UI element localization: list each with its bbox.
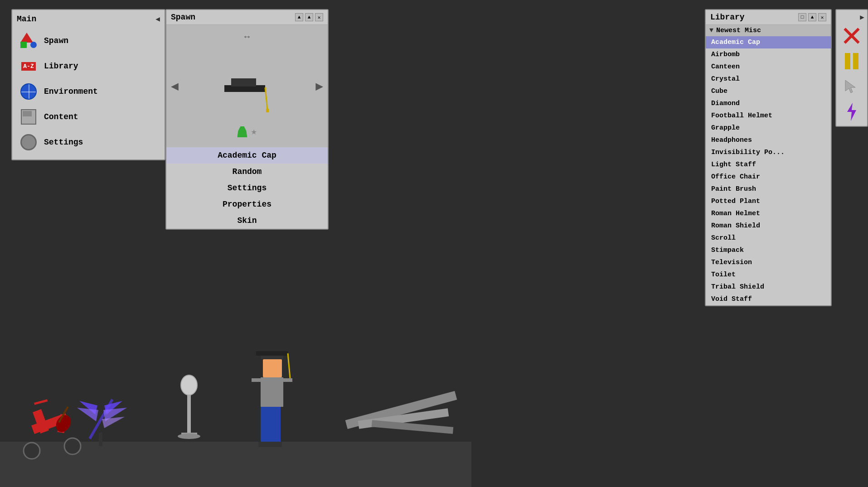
sidebar-item-environment[interactable]: Environment (17, 79, 160, 104)
library-item-headphones[interactable]: Headphones (706, 134, 831, 146)
settings-icon-container (19, 132, 39, 152)
pause-bar-left (845, 53, 850, 69)
svg-rect-27 (261, 407, 271, 443)
spawn-settings-button[interactable]: Settings (166, 180, 328, 196)
svg-point-4 (24, 443, 40, 459)
close-x-button[interactable] (840, 24, 863, 47)
spawn-properties-button[interactable]: Properties (166, 196, 328, 212)
preview-icons: ★ (237, 125, 257, 140)
maximize-button[interactable]: ▲ (305, 13, 313, 21)
library-item-grapple[interactable]: Grapple (706, 122, 831, 134)
library-item-television[interactable]: Television (706, 256, 831, 269)
spawn-skin-button[interactable]: Skin (166, 212, 328, 229)
minimize-button[interactable]: ▲ (295, 13, 303, 21)
cursor-button[interactable] (840, 75, 863, 98)
preview-cap (220, 67, 274, 115)
library-item-airbomb[interactable]: Airbomb (706, 48, 831, 61)
spawn-panel-title: Spawn (171, 13, 195, 22)
sidebar-item-content[interactable]: Content (17, 104, 160, 130)
library-item-canteen[interactable]: Canteen (706, 61, 831, 73)
preview-flask-icon (237, 125, 247, 140)
library-item-cube[interactable]: Cube (706, 85, 831, 97)
content-label: Content (44, 112, 78, 121)
cursor-icon (844, 78, 860, 95)
library-item-scroll[interactable]: Scroll (706, 232, 831, 244)
preview-nav-right[interactable]: ▶ (315, 78, 323, 94)
library-item-football-helmet[interactable]: Football Helmet (706, 110, 831, 122)
library-item-void-staff[interactable]: Void Staff (706, 293, 831, 305)
library-panel-header: Library □ ▲ ✕ (706, 10, 831, 25)
main-panel-title-text: Main (17, 14, 36, 24)
library-item-paint-brush[interactable]: Paint Brush (706, 183, 831, 195)
spawn-icon-container (19, 31, 39, 51)
spawn-random-button[interactable]: Random (166, 164, 328, 180)
svg-rect-29 (258, 442, 271, 447)
svg-rect-21 (261, 356, 283, 359)
environment-icon-container (19, 82, 39, 101)
library-label: Library (44, 62, 78, 71)
window-controls: ▲ ▲ ✕ (295, 13, 323, 21)
preview-nav-left[interactable]: ◀ (171, 78, 179, 94)
sidebar-item-library[interactable]: A-Z Library (17, 53, 160, 79)
svg-rect-33 (372, 420, 454, 434)
spawn-selected-item[interactable]: Academic Cap (166, 147, 328, 164)
environment-label: Environment (44, 87, 98, 96)
sidebar-item-settings[interactable]: Settings (17, 130, 160, 155)
spawn-menu: Academic Cap Random Settings Properties … (166, 147, 328, 229)
main-panel-header: Main ◀ (17, 14, 160, 24)
library-item-light-staff[interactable]: Light Staff (706, 159, 831, 171)
lightning-button[interactable] (840, 101, 863, 123)
library-item-invisibility-potion[interactable]: Invisibility Po... (706, 146, 831, 159)
library-item-diamond[interactable]: Diamond (706, 97, 831, 110)
svg-rect-26 (283, 378, 292, 382)
spawn-panel: Spawn ▲ ▲ ✕ ↔ ◀ ▶ (165, 9, 329, 230)
library-item-stimpack[interactable]: Stimpack (706, 244, 831, 256)
main-panel-collapse[interactable]: ◀ (155, 14, 160, 24)
spawn-icon (19, 32, 38, 50)
settings-icon (20, 134, 37, 150)
svg-rect-28 (271, 407, 281, 443)
svg-rect-24 (261, 377, 283, 407)
library-item-toilet[interactable]: Toilet (706, 269, 831, 281)
library-item-office-chair[interactable]: Office Chair (706, 171, 831, 183)
library-item-roman-helmet[interactable]: Roman Helmet (706, 207, 831, 220)
svg-marker-40 (847, 103, 856, 121)
settings-label: Settings (44, 138, 83, 147)
preview-nav-top[interactable]: ↔ (244, 32, 250, 42)
library-close-button[interactable]: ✕ (818, 13, 826, 21)
spawn-preview: ↔ ◀ ▶ ★ (166, 25, 328, 147)
library-item-tribal-shield[interactable]: Tribal Shield (706, 281, 831, 293)
content-icon-container (19, 107, 39, 127)
library-window-icon[interactable]: □ (798, 13, 806, 21)
library-category-name: Newest Misc (716, 27, 761, 34)
category-arrow-icon: ▼ (709, 27, 713, 34)
svg-point-5 (64, 438, 81, 454)
library-minimize-button[interactable]: ▲ (808, 13, 816, 21)
right-toolbar: ▶ (835, 9, 868, 127)
library-item-crystal[interactable]: Crystal (706, 73, 831, 85)
library-category[interactable]: ▼ Newest Misc (706, 25, 831, 36)
svg-marker-38 (237, 126, 247, 137)
library-item-potted-plant[interactable]: Potted Plant (706, 195, 831, 207)
game-scene (0, 306, 471, 487)
toolbar-collapse[interactable]: ▶ (860, 13, 864, 22)
svg-marker-14 (77, 408, 98, 421)
library-window-controls: □ ▲ ✕ (798, 13, 826, 21)
main-panel: Main ◀ Spawn A-Z Library Environment Con… (11, 9, 165, 160)
library-item-roman-shield[interactable]: Roman Shield (706, 220, 831, 232)
svg-rect-15 (99, 433, 102, 446)
svg-rect-23 (263, 359, 282, 377)
content-icon (21, 109, 36, 125)
library-item-academic-cap[interactable]: Academic Cap (706, 36, 831, 48)
pause-button[interactable] (840, 50, 863, 72)
pause-bar-right (853, 53, 858, 69)
spawn-panel-header: Spawn ▲ ▲ ✕ (166, 10, 328, 25)
library-icon-container: A-Z (19, 56, 39, 76)
svg-rect-25 (252, 378, 261, 382)
sidebar-item-spawn[interactable]: Spawn (17, 28, 160, 53)
svg-line-22 (288, 353, 290, 378)
svg-rect-6 (34, 399, 48, 405)
close-button[interactable]: ✕ (315, 13, 323, 21)
svg-rect-20 (256, 351, 288, 356)
spawn-label: Spawn (44, 36, 68, 45)
